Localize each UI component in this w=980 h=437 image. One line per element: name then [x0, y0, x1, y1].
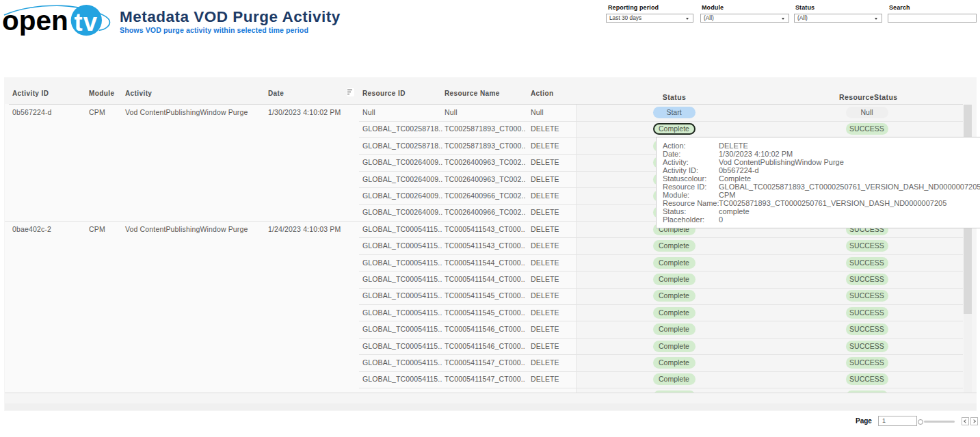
svg-text:open: open: [2, 5, 68, 36]
svg-text:tv: tv: [75, 8, 98, 36]
